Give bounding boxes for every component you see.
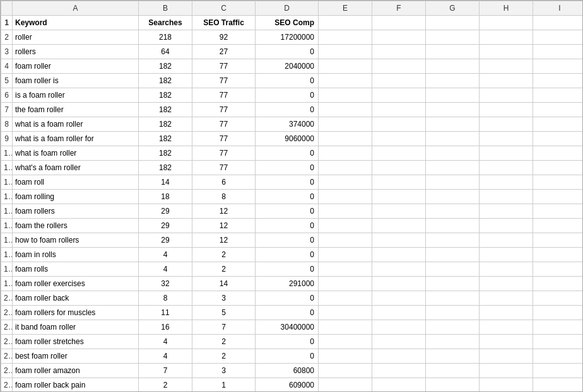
cell-seo-comp[interactable]: 0 <box>256 190 319 204</box>
cell-g[interactable] <box>426 248 480 262</box>
table-row[interactable]: 10what is foam roller182770 <box>1 146 584 161</box>
cell-e[interactable] <box>319 306 372 320</box>
cell-h[interactable] <box>480 248 533 262</box>
cell-keyword[interactable]: the foam roller <box>13 103 139 117</box>
cell-keyword[interactable]: foam roll <box>13 175 139 190</box>
cell-i[interactable] <box>533 74 584 88</box>
cell-g[interactable] <box>426 378 480 393</box>
cell-seo-comp[interactable]: 0 <box>256 219 319 233</box>
col-header-i[interactable]: I <box>533 1 584 16</box>
cell-h[interactable] <box>480 103 533 117</box>
cell-searches[interactable]: 182 <box>139 146 192 161</box>
col-header-a[interactable]: A <box>13 1 139 16</box>
table-row[interactable]: 12foam roll1460 <box>1 175 584 190</box>
cell-f[interactable] <box>372 219 426 233</box>
cell-g[interactable] <box>426 30 480 45</box>
cell-g[interactable] <box>426 146 480 161</box>
cell-seo-traffic[interactable]: 6 <box>192 175 256 190</box>
cell-searches[interactable]: 4 <box>139 248 192 262</box>
cell-h[interactable] <box>480 88 533 103</box>
cell-seo-traffic[interactable]: 12 <box>192 204 256 219</box>
table-row[interactable]: 26foam roller back pain21609000 <box>1 378 584 393</box>
cell-seo-traffic[interactable]: 1 <box>192 378 256 393</box>
cell-e[interactable] <box>319 335 372 349</box>
table-row[interactable]: 17foam in rolls420 <box>1 248 584 262</box>
cell-h[interactable] <box>480 117 533 132</box>
cell-seo-traffic[interactable]: 77 <box>192 146 256 161</box>
cell-e[interactable] <box>319 59 372 74</box>
cell-g[interactable] <box>426 233 480 248</box>
cell-e[interactable] <box>319 204 372 219</box>
cell-g[interactable] <box>426 175 480 190</box>
table-row[interactable]: 16how to foam rollers29120 <box>1 233 584 248</box>
cell-h[interactable] <box>480 190 533 204</box>
cell-seo-traffic[interactable]: 77 <box>192 74 256 88</box>
cell-i[interactable] <box>533 30 584 45</box>
cell-keyword[interactable]: what's a foam roller <box>13 161 139 175</box>
cell-e[interactable] <box>319 262 372 277</box>
cell-i[interactable] <box>533 59 584 74</box>
cell-e[interactable] <box>319 146 372 161</box>
col-header-f[interactable]: F <box>372 1 426 16</box>
cell-keyword[interactable]: Keyword <box>13 16 139 30</box>
cell-searches[interactable]: 8 <box>139 291 192 306</box>
cell-e[interactable] <box>319 291 372 306</box>
cell-searches[interactable]: 29 <box>139 233 192 248</box>
cell-keyword[interactable]: is a foam roller <box>13 88 139 103</box>
cell-h[interactable] <box>480 45 533 59</box>
cell-g[interactable] <box>426 349 480 364</box>
cell-e[interactable] <box>319 161 372 175</box>
cell-g[interactable] <box>426 306 480 320</box>
cell-e[interactable] <box>319 88 372 103</box>
cell-searches[interactable]: 14 <box>139 175 192 190</box>
table-row[interactable]: 9what is a foam roller for182779060000 <box>1 132 584 146</box>
cell-searches[interactable]: 182 <box>139 59 192 74</box>
cell-f[interactable] <box>372 117 426 132</box>
cell-searches[interactable]: 32 <box>139 277 192 291</box>
cell-searches[interactable]: 182 <box>139 132 192 146</box>
cell-i[interactable] <box>533 132 584 146</box>
cell-f[interactable] <box>372 248 426 262</box>
cell-seo-traffic[interactable]: 5 <box>192 306 256 320</box>
cell-g[interactable] <box>426 59 480 74</box>
cell-f[interactable] <box>372 132 426 146</box>
cell-seo-traffic[interactable]: 12 <box>192 233 256 248</box>
table-row[interactable]: 21foam rollers for muscles1150 <box>1 306 584 320</box>
cell-e[interactable] <box>319 175 372 190</box>
cell-e[interactable] <box>319 45 372 59</box>
cell-h[interactable] <box>480 161 533 175</box>
cell-seo-comp[interactable]: 0 <box>256 233 319 248</box>
cell-e[interactable] <box>319 277 372 291</box>
cell-g[interactable] <box>426 277 480 291</box>
cell-e[interactable] <box>319 364 372 378</box>
cell-f[interactable] <box>372 45 426 59</box>
cell-searches[interactable]: 182 <box>139 161 192 175</box>
cell-f[interactable] <box>372 190 426 204</box>
cell-f[interactable] <box>372 291 426 306</box>
cell-h[interactable] <box>480 59 533 74</box>
cell-e[interactable] <box>319 378 372 393</box>
cell-seo-traffic[interactable]: 77 <box>192 132 256 146</box>
cell-searches[interactable]: 218 <box>139 30 192 45</box>
cell-g[interactable] <box>426 262 480 277</box>
table-row[interactable]: 1KeywordSearchesSEO TrafficSEO Comp <box>1 16 584 30</box>
cell-h[interactable] <box>480 132 533 146</box>
table-row[interactable]: 2roller2189217200000 <box>1 30 584 45</box>
cell-h[interactable] <box>480 349 533 364</box>
cell-seo-comp[interactable]: 0 <box>256 335 319 349</box>
cell-seo-comp[interactable]: 0 <box>256 248 319 262</box>
cell-searches[interactable]: 29 <box>139 219 192 233</box>
cell-i[interactable] <box>533 277 584 291</box>
cell-e[interactable] <box>319 219 372 233</box>
cell-searches[interactable]: 11 <box>139 306 192 320</box>
cell-h[interactable] <box>480 175 533 190</box>
table-row[interactable]: 7the foam roller182770 <box>1 103 584 117</box>
cell-searches[interactable]: 182 <box>139 88 192 103</box>
table-row[interactable]: 11what's a foam roller182770 <box>1 161 584 175</box>
cell-seo-traffic[interactable]: 2 <box>192 248 256 262</box>
cell-searches[interactable]: 182 <box>139 103 192 117</box>
cell-e[interactable] <box>319 349 372 364</box>
col-header-d[interactable]: D <box>256 1 319 16</box>
cell-seo-comp[interactable]: 60800 <box>256 364 319 378</box>
cell-seo-comp[interactable]: 17200000 <box>256 30 319 45</box>
